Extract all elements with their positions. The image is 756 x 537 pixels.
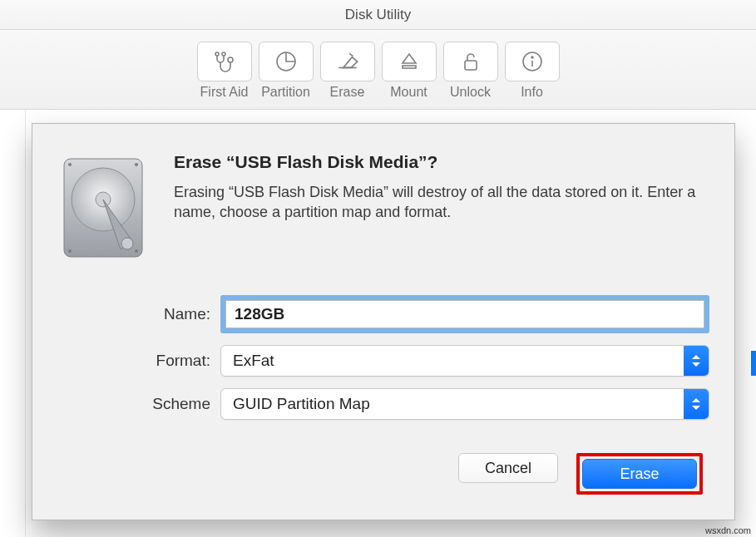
- watermark: wsxdn.com: [705, 525, 751, 535]
- annotation-highlight: Erase: [576, 453, 703, 495]
- info-button[interactable]: [505, 42, 560, 81]
- first-aid-button[interactable]: [197, 42, 252, 81]
- toolbar-item-erase[interactable]: Erase: [320, 42, 375, 100]
- name-field-focus-ring: [220, 295, 709, 333]
- window-title: Disk Utility: [345, 7, 411, 23]
- lock-icon: [457, 50, 484, 73]
- selection-indicator: [751, 351, 756, 376]
- unlock-button[interactable]: [443, 42, 498, 81]
- format-label: Format:: [57, 352, 220, 370]
- toolbar-label: Mount: [390, 85, 427, 100]
- mount-button[interactable]: [382, 42, 437, 81]
- toolbar: First Aid Partition Erase: [0, 30, 756, 110]
- erase-confirm-button[interactable]: Erase: [582, 459, 697, 489]
- eject-icon: [396, 50, 422, 73]
- cancel-button-label: Cancel: [485, 460, 531, 477]
- scheme-select[interactable]: GUID Partition Map: [220, 388, 709, 420]
- svg-point-1: [222, 52, 225, 56]
- toolbar-label: Partition: [261, 85, 310, 100]
- disk-icon: [57, 152, 149, 260]
- erase-button[interactable]: [320, 42, 375, 81]
- window-titlebar: Disk Utility: [0, 0, 756, 30]
- cancel-button[interactable]: Cancel: [458, 453, 558, 483]
- toolbar-item-unlock[interactable]: Unlock: [443, 42, 498, 100]
- eraser-icon: [334, 50, 361, 73]
- svg-rect-5: [465, 61, 477, 70]
- svg-point-13: [135, 163, 138, 166]
- chevron-up-down-icon: [684, 389, 709, 419]
- toolbar-label: Erase: [330, 85, 365, 100]
- svg-point-7: [531, 57, 533, 58]
- toolbar-label: First Aid: [200, 85, 249, 100]
- scheme-value: GUID Partition Map: [233, 395, 370, 413]
- toolbar-label: Unlock: [450, 85, 491, 100]
- svg-point-11: [121, 238, 133, 249]
- format-select[interactable]: ExFat: [220, 345, 709, 377]
- sheet-description: Erasing “USB Flash Disk Media” will dest…: [174, 182, 709, 223]
- svg-point-12: [68, 163, 72, 166]
- pie-icon: [273, 50, 299, 73]
- erase-sheet: Erase “USB Flash Disk Media”? Erasing “U…: [32, 123, 735, 520]
- scheme-label: Scheme: [57, 395, 220, 413]
- info-icon: [519, 50, 546, 73]
- name-label: Name:: [57, 305, 220, 323]
- erase-button-label: Erase: [620, 466, 659, 483]
- stethoscope-icon: [211, 50, 238, 73]
- toolbar-item-partition[interactable]: Partition: [259, 42, 314, 100]
- toolbar-label: Info: [521, 85, 543, 100]
- sidebar: [0, 110, 26, 537]
- name-input[interactable]: [225, 300, 704, 328]
- sheet-title: Erase “USB Flash Disk Media”?: [174, 152, 709, 172]
- toolbar-item-first-aid[interactable]: First Aid: [197, 42, 252, 100]
- toolbar-item-mount[interactable]: Mount: [382, 42, 437, 100]
- partition-button[interactable]: [259, 42, 314, 81]
- svg-rect-4: [403, 66, 416, 68]
- format-value: ExFat: [233, 352, 274, 370]
- toolbar-item-info[interactable]: Info: [505, 42, 560, 100]
- chevron-up-down-icon: [684, 346, 709, 376]
- svg-point-0: [215, 52, 219, 56]
- svg-point-14: [68, 249, 72, 253]
- erase-form: Name: Format: ExFat Scheme GUID Par: [57, 295, 709, 495]
- svg-point-15: [135, 249, 138, 253]
